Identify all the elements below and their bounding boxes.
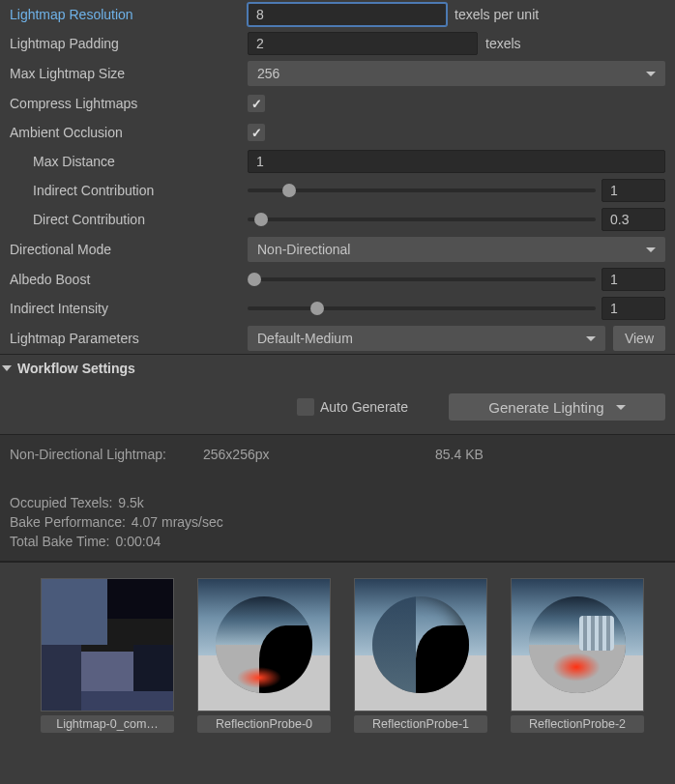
lightmap-parameters-label: Lightmap Parameters xyxy=(10,331,240,346)
thumbnail-reflectionprobe-2[interactable]: ReflectionProbe-2 xyxy=(511,578,644,733)
workflow-settings-title: Workflow Settings xyxy=(17,361,135,376)
albedo-boost-label: Albedo Boost xyxy=(10,272,240,287)
workflow-settings-header[interactable]: Workflow Settings xyxy=(0,354,675,382)
indirect-intensity-label: Indirect Intensity xyxy=(10,301,240,316)
direct-contribution-label: Direct Contribution xyxy=(10,212,240,227)
ambient-occlusion-checkbox[interactable] xyxy=(248,124,265,141)
slider-thumb-icon[interactable] xyxy=(248,273,261,286)
bake-performance-label: Bake Performance: xyxy=(10,514,126,530)
slider-thumb-icon[interactable] xyxy=(282,184,296,197)
bake-performance: 4.07 mrays/sec xyxy=(132,514,223,530)
foldout-down-icon xyxy=(2,365,12,371)
thumbnails-row: Lightmap-0_com… ReflectionProbe-0 Reflec… xyxy=(0,562,675,733)
compress-lightmaps-label: Compress Lightmaps xyxy=(10,96,240,111)
lightmap-padding-input[interactable] xyxy=(248,32,478,55)
max-distance-label: Max Distance xyxy=(10,154,240,169)
indirect-contribution-label: Indirect Contribution xyxy=(10,183,240,198)
max-lightmap-size-dropdown[interactable]: 256 xyxy=(248,61,665,86)
direct-contribution-value[interactable] xyxy=(602,208,665,231)
albedo-boost-value[interactable] xyxy=(602,268,665,291)
max-distance-input[interactable] xyxy=(248,150,665,173)
indirect-intensity-value[interactable] xyxy=(602,297,665,320)
slider-thumb-icon[interactable] xyxy=(254,213,268,226)
lightmap-resolution-unit: texels per unit xyxy=(455,7,539,22)
occupied-texels-label: Occupied Texels: xyxy=(10,495,112,510)
chevron-down-icon xyxy=(646,247,656,252)
directional-mode-value: Non-Directional xyxy=(257,242,350,257)
generate-lighting-button[interactable]: Generate Lighting xyxy=(449,393,665,421)
lightmap-resolution-label: Lightmap Resolution xyxy=(10,7,240,22)
reflectionprobe-preview-icon xyxy=(354,578,487,711)
thumbnail-reflectionprobe-0[interactable]: ReflectionProbe-0 xyxy=(197,578,331,733)
auto-generate-checkbox[interactable] xyxy=(297,398,314,416)
lightmap-padding-label: Lightmap Padding xyxy=(10,36,240,51)
indirect-contribution-slider[interactable] xyxy=(248,180,596,201)
stats-block: Non-Directional Lightmap: 256x256px 85.4… xyxy=(0,434,675,562)
ambient-occlusion-label: Ambient Occlusion xyxy=(10,125,240,140)
directional-mode-dropdown[interactable]: Non-Directional xyxy=(248,237,665,262)
slider-thumb-icon[interactable] xyxy=(310,302,324,315)
total-bake-time: 0:00:04 xyxy=(116,534,161,549)
view-button[interactable]: View xyxy=(613,326,665,351)
reflectionprobe-preview-icon xyxy=(511,578,644,711)
chevron-down-icon xyxy=(616,405,626,410)
total-bake-time-label: Total Bake Time: xyxy=(10,534,110,549)
lightmap-preview-icon xyxy=(41,578,174,711)
lightmap-type-label: Non-Directional Lightmap: xyxy=(10,447,203,462)
indirect-contribution-value[interactable] xyxy=(602,179,665,202)
thumbnail-reflectionprobe-1[interactable]: ReflectionProbe-1 xyxy=(354,578,487,733)
directional-mode-label: Directional Mode xyxy=(10,242,240,257)
occupied-texels: 9.5k xyxy=(118,495,143,510)
max-lightmap-size-label: Max Lightmap Size xyxy=(10,66,240,81)
lightmap-filesize: 85.4 KB xyxy=(435,447,484,462)
thumbnail-label: Lightmap-0_com… xyxy=(41,715,174,733)
auto-generate-label: Auto Generate xyxy=(320,399,408,415)
lightmap-padding-unit: texels xyxy=(485,36,521,51)
generate-lighting-label: Generate Lighting xyxy=(488,399,603,416)
albedo-boost-slider[interactable] xyxy=(248,269,596,290)
chevron-down-icon xyxy=(646,72,656,76)
thumbnail-label: ReflectionProbe-0 xyxy=(197,715,331,733)
indirect-intensity-slider[interactable] xyxy=(248,298,596,319)
max-lightmap-size-value: 256 xyxy=(257,66,279,81)
direct-contribution-slider[interactable] xyxy=(248,209,596,230)
thumbnail-lightmap[interactable]: Lightmap-0_com… xyxy=(41,578,174,733)
chevron-down-icon xyxy=(586,336,596,341)
lightmap-size: 256x256px xyxy=(203,447,435,462)
lightmap-resolution-input[interactable] xyxy=(248,3,447,26)
thumbnail-label: ReflectionProbe-2 xyxy=(511,715,644,733)
lightmap-parameters-value: Default-Medium xyxy=(257,331,353,346)
thumbnail-label: ReflectionProbe-1 xyxy=(354,715,487,733)
compress-lightmaps-checkbox[interactable] xyxy=(248,95,265,112)
lightmap-parameters-dropdown[interactable]: Default-Medium xyxy=(248,326,605,351)
reflectionprobe-preview-icon xyxy=(197,578,331,711)
